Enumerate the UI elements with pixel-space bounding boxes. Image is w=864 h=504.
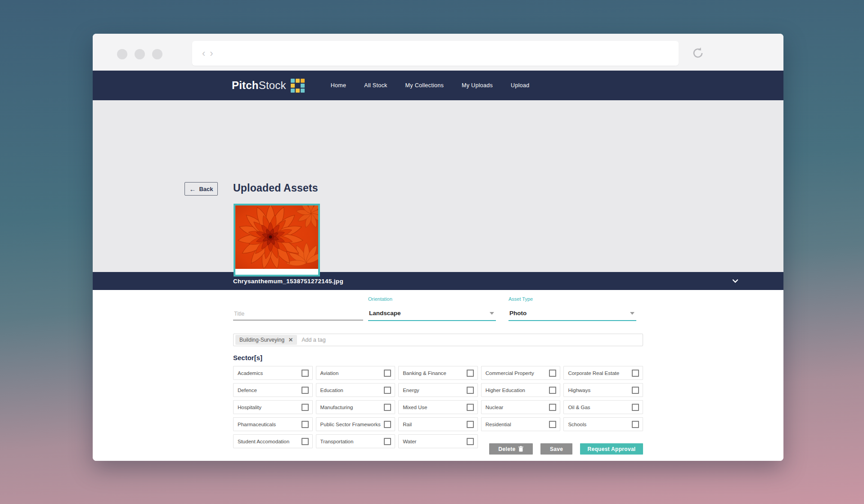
window-control-dot[interactable]: [117, 49, 127, 59]
sector-checkbox[interactable]: [302, 438, 309, 445]
sector-checkbox[interactable]: [467, 438, 474, 445]
sector-option[interactable]: Highways: [563, 383, 643, 397]
sector-checkbox[interactable]: [467, 421, 474, 428]
nav-menu-item[interactable]: Home: [331, 82, 346, 89]
asset-filename: Chrysanthemum_1538751272145.jpg: [233, 278, 343, 285]
sector-checkbox[interactable]: [632, 387, 639, 394]
sector-option[interactable]: Residential: [481, 417, 561, 431]
sector-option-label: Public Sector Frameworks: [320, 422, 381, 427]
browser-back-icon[interactable]: ‹: [202, 49, 205, 58]
sector-option[interactable]: Banking & Finance: [398, 366, 478, 380]
sector-checkbox[interactable]: [302, 421, 309, 428]
sector-option[interactable]: Public Sector Frameworks: [316, 417, 396, 431]
asset-type-label: Asset Type: [508, 296, 636, 302]
asset-filename-bar[interactable]: Chrysanthemum_1538751272145.jpg: [93, 272, 783, 290]
sector-option[interactable]: Defence: [233, 383, 313, 397]
sector-option[interactable]: Higher Education: [481, 383, 561, 397]
sector-option[interactable]: Aviation: [316, 366, 396, 380]
asset-type-field: Asset Type Photo: [508, 296, 636, 321]
sector-checkbox[interactable]: [632, 370, 639, 377]
brand-name: PitchStock: [232, 79, 286, 92]
reload-icon[interactable]: [691, 46, 705, 60]
sector-option[interactable]: Manufacturing: [316, 400, 396, 414]
sector-checkbox[interactable]: [384, 421, 391, 428]
sector-checkbox[interactable]: [549, 404, 556, 411]
nav-menu-item[interactable]: My Uploads: [462, 82, 493, 89]
sector-option[interactable]: Transportation: [316, 434, 396, 448]
form-actions: Delete Save Request Approval: [489, 443, 643, 455]
chevron-down-icon[interactable]: [732, 278, 738, 284]
window-control-dot[interactable]: [135, 49, 145, 59]
sector-option[interactable]: Student Accomodation: [233, 434, 313, 448]
asset-type-select[interactable]: Photo: [508, 303, 636, 321]
sector-checkbox[interactable]: [549, 387, 556, 394]
add-tag-input[interactable]: [302, 337, 641, 343]
sector-checkbox[interactable]: [384, 404, 391, 411]
content-area: ← Back Uploaded Assets: [93, 100, 783, 272]
trash-icon: [518, 446, 523, 452]
nav-menu-item[interactable]: My Collections: [405, 82, 444, 89]
sector-checkbox[interactable]: [384, 387, 391, 394]
tag-chip: Building-Surveying ✕: [235, 335, 297, 345]
orientation-select[interactable]: Landscape: [368, 303, 496, 321]
sector-option-label: Oil & Gas: [568, 405, 590, 410]
sector-option[interactable]: Corporate Real Estate: [563, 366, 643, 380]
back-button[interactable]: ← Back: [184, 182, 218, 196]
sector-checkbox[interactable]: [632, 404, 639, 411]
dropdown-arrow-icon: [490, 312, 494, 315]
sector-option[interactable]: Education: [316, 383, 396, 397]
title-input[interactable]: [233, 300, 363, 321]
nav-menu: HomeAll StockMy CollectionsMy UploadsUpl…: [331, 82, 530, 89]
sector-checkbox[interactable]: [549, 370, 556, 377]
tags-input-row[interactable]: Building-Surveying ✕: [233, 334, 643, 346]
title-field: [233, 300, 363, 321]
sector-option[interactable]: Water: [398, 434, 478, 448]
window-control-dot[interactable]: [152, 49, 162, 59]
tag-remove-icon[interactable]: ✕: [288, 337, 293, 343]
sector-checkbox[interactable]: [302, 387, 309, 394]
sector-option[interactable]: Oil & Gas: [563, 400, 643, 414]
app-navbar: PitchStock HomeAll StockMy CollectionsMy…: [93, 71, 783, 100]
sector-checkbox[interactable]: [467, 387, 474, 394]
sector-option-label: Rail: [403, 422, 412, 427]
orientation-label: Orientation: [368, 296, 496, 302]
sector-option[interactable]: Schools: [563, 417, 643, 431]
thumbnail-footer: [235, 269, 318, 275]
sector-checkbox[interactable]: [384, 370, 391, 377]
uploaded-asset-thumbnail[interactable]: [234, 204, 320, 277]
sector-checkbox[interactable]: [384, 438, 391, 445]
brand-logo[interactable]: PitchStock: [232, 79, 305, 93]
browser-forward-icon[interactable]: ›: [210, 49, 213, 58]
sector-checkbox[interactable]: [632, 421, 639, 428]
sector-checkbox[interactable]: [302, 404, 309, 411]
sector-checkbox[interactable]: [302, 370, 309, 377]
sector-option[interactable]: Hospitality: [233, 400, 313, 414]
back-arrow-icon: ←: [189, 185, 196, 193]
sector-option[interactable]: Nuclear: [481, 400, 561, 414]
nav-menu-item[interactable]: All Stock: [364, 82, 387, 89]
sectors-heading: Sector[s]: [233, 354, 262, 361]
url-bar[interactable]: ‹ ›: [192, 41, 679, 66]
sector-option-label: Schools: [568, 422, 586, 427]
orientation-field: Orientation Landscape: [368, 296, 496, 321]
sector-option-label: Pharmaceuticals: [238, 422, 276, 427]
sector-option-label: Higher Education: [486, 388, 525, 393]
delete-button[interactable]: Delete: [489, 443, 533, 455]
sector-option[interactable]: Pharmaceuticals: [233, 417, 313, 431]
save-button[interactable]: Save: [540, 443, 572, 455]
sector-option[interactable]: Mixed Use: [398, 400, 478, 414]
asset-type-value: Photo: [509, 310, 526, 317]
request-approval-button[interactable]: Request Approval: [580, 443, 643, 455]
sector-checkbox[interactable]: [467, 370, 474, 377]
sector-option[interactable]: Academics: [233, 366, 313, 380]
sector-option[interactable]: Rail: [398, 417, 478, 431]
sector-option[interactable]: Energy: [398, 383, 478, 397]
sector-option-label: Manufacturing: [320, 405, 353, 410]
sector-option-label: Residential: [486, 422, 511, 427]
window-controls: [117, 49, 162, 59]
sector-checkbox[interactable]: [549, 421, 556, 428]
sector-option-label: Hospitality: [238, 405, 261, 410]
sector-checkbox[interactable]: [467, 404, 474, 411]
sector-option[interactable]: Commercial Property: [481, 366, 561, 380]
nav-menu-item[interactable]: Upload: [511, 82, 529, 89]
